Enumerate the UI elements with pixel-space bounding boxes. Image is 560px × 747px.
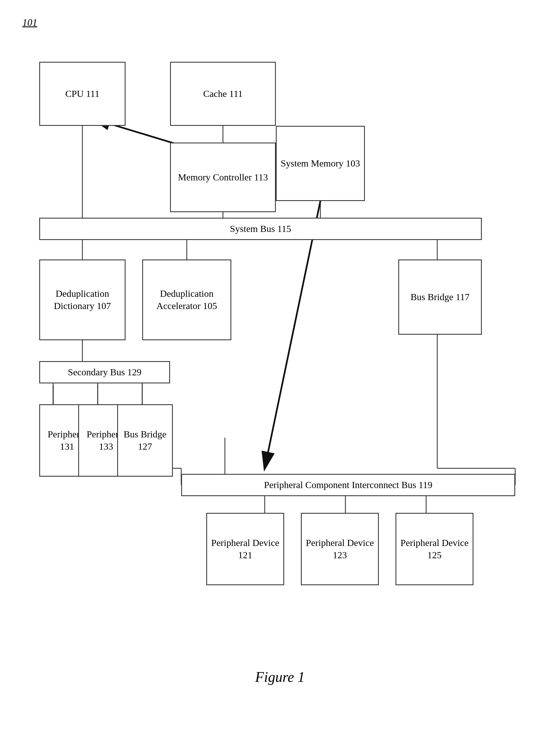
peripheral-device-123-box: Peripheral Device 123 bbox=[301, 513, 379, 585]
dedup-accel-box: Deduplication Accelerator 105 bbox=[142, 259, 231, 340]
system-bus-box: System Bus 115 bbox=[39, 218, 482, 240]
figure-label: 101 bbox=[22, 17, 37, 28]
pci-bus-box: Peripheral Component Interconnect Bus 11… bbox=[181, 474, 515, 496]
secondary-bus-box: Secondary Bus 129 bbox=[39, 361, 170, 383]
dedup-dict-box: Deduplication Dictionary 107 bbox=[39, 259, 126, 340]
svg-line-16 bbox=[265, 201, 320, 468]
peripheral-device-121-box: Peripheral Device 121 bbox=[206, 513, 284, 585]
bus-bridge-127-box: Bus Bridge 127 bbox=[117, 404, 173, 476]
cpu-box: CPU 111 bbox=[39, 62, 126, 126]
bus-bridge-117-box: Bus Bridge 117 bbox=[398, 259, 482, 335]
peripheral-device-125-box: Peripheral Device 125 bbox=[396, 513, 474, 585]
diagram: CPU 111 Cache 111 Memory Controller 113 … bbox=[23, 40, 537, 652]
figure-caption: Figure 1 bbox=[22, 669, 538, 685]
cache-box: Cache 111 bbox=[170, 62, 276, 126]
page: 101 bbox=[0, 0, 560, 747]
memory-controller-box: Memory Controller 113 bbox=[170, 143, 276, 212]
system-memory-box: System Memory 103 bbox=[276, 126, 365, 201]
